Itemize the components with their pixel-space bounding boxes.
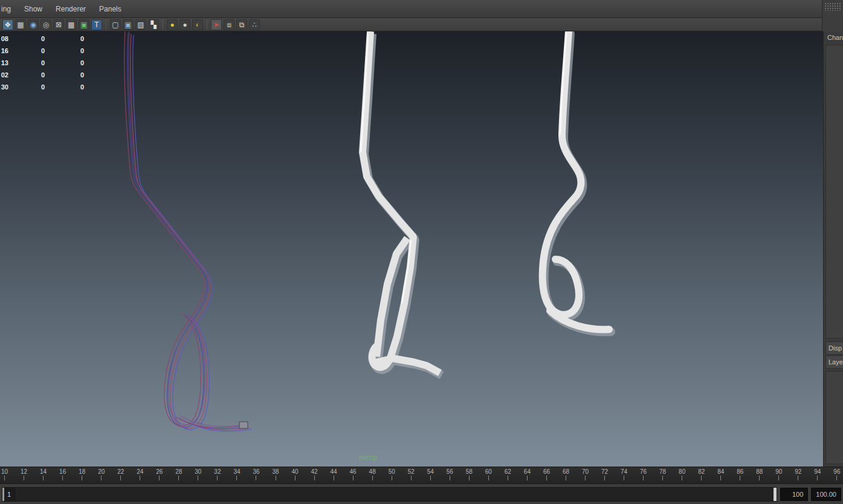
smooth-tube-object[interactable]	[543, 31, 611, 332]
camera-name-label: persp	[359, 453, 377, 462]
grid-icon[interactable]: ▦	[15, 19, 26, 30]
menu-ing[interactable]: ing	[0, 2, 17, 16]
hud-count-row: 0200	[0, 69, 84, 81]
timeline-tick: 26	[156, 468, 163, 483]
faceted-tube-object[interactable]	[361, 31, 442, 375]
two-sided-lighting-icon[interactable]: ⧉	[236, 19, 247, 30]
hud-count-row: 1300	[0, 57, 84, 69]
timeline-tick: 10	[1, 468, 8, 483]
range-slider-bar: 1 100 100.00	[0, 484, 843, 504]
end-cap-cube[interactable]	[239, 422, 248, 428]
timeline-tick: 28	[175, 468, 182, 483]
channel-box-body[interactable]	[825, 45, 843, 338]
time-slider[interactable]: 1012141618202224262830323436384042444648…	[0, 467, 843, 484]
timeline-tick: 70	[582, 468, 589, 483]
timeline-tick: 52	[408, 468, 415, 483]
timeline-tick: 44	[331, 468, 337, 483]
hud-value: 02	[0, 71, 8, 79]
hud-value: 13	[0, 59, 8, 66]
select-camera-icon[interactable]: ❖	[2, 19, 13, 30]
timeline-tick: 88	[756, 468, 763, 483]
toolbar-separator	[106, 20, 106, 30]
field-chart-icon[interactable]: ▩	[66, 19, 77, 30]
timeline-tick: 62	[505, 468, 511, 483]
timeline-tick: 66	[543, 468, 550, 483]
plugin-shapes-icon[interactable]: ∴	[249, 19, 260, 30]
hud-value: 0	[76, 35, 84, 42]
hud-count-row: 1600	[0, 45, 84, 57]
timeline-tick: 30	[195, 468, 201, 483]
timeline-tick: 48	[369, 468, 376, 483]
hud-count-row: 3000	[0, 81, 84, 93]
timeline-tick: 82	[698, 468, 705, 483]
hud-value: 0	[76, 83, 84, 91]
menu-show[interactable]: Show	[18, 2, 48, 16]
timeline-tick: 64	[524, 468, 531, 483]
wireframe-object[interactable]	[124, 31, 252, 431]
playback-end-field[interactable]: 100	[780, 488, 808, 501]
safe-action-icon[interactable]: ▣	[79, 19, 89, 30]
isolate-select-icon[interactable]: ➤	[211, 19, 222, 30]
timeline-tick: 14	[40, 468, 47, 483]
timeline-tick: 60	[485, 468, 492, 483]
panel-menu-bar: ingShowRendererPanels	[0, 0, 822, 18]
scene-canvas	[0, 31, 823, 467]
timeline-tick: 16	[59, 468, 66, 483]
range-slider-track[interactable]: 1	[2, 487, 777, 502]
panel-tab-disp[interactable]: Disp	[825, 341, 843, 355]
timeline-tick: 42	[311, 468, 318, 483]
hud-value: 0	[76, 71, 84, 79]
timeline-tick: 76	[640, 468, 647, 483]
timeline-tick: 20	[98, 468, 105, 483]
timeline-tick: 24	[137, 468, 143, 483]
timeline-tick: 36	[253, 468, 259, 483]
timeline-tick: 34	[233, 468, 240, 483]
safe-title-icon[interactable]: T	[91, 19, 102, 30]
timeline-tick: 56	[447, 468, 453, 483]
hud-value: 0	[36, 83, 45, 91]
range-start-handle[interactable]: 1	[2, 488, 16, 501]
timeline-tick: 46	[350, 468, 357, 483]
no-lights-icon[interactable]: ◐	[192, 19, 203, 30]
timeline-tick: 58	[466, 468, 473, 483]
menu-panels[interactable]: Panels	[93, 2, 128, 16]
textured-icon[interactable]: ▨	[135, 19, 146, 30]
timeline-tick: 72	[601, 468, 608, 483]
hud-value: 0	[36, 35, 45, 42]
layer-editor-body[interactable]	[825, 371, 843, 464]
film-gate-icon[interactable]: ◉	[28, 19, 39, 30]
timeline-tick: 92	[795, 468, 801, 483]
hud-value: 16	[0, 47, 8, 54]
timeline-tick: 50	[389, 468, 395, 483]
timeline-tick: 38	[272, 468, 279, 483]
gate-mask-icon[interactable]: ⊠	[53, 19, 64, 30]
range-end-handle[interactable]	[774, 488, 777, 501]
hud-value: 08	[0, 35, 8, 42]
wire-on-shaded-icon[interactable]: ⧈	[224, 19, 234, 30]
hud-value: 0	[76, 47, 84, 54]
layer-editor-tabs: DispLaye	[825, 341, 843, 369]
shaded-icon[interactable]: ▣	[123, 19, 134, 30]
channel-box-panel: Chan DispLaye	[823, 31, 843, 467]
perspective-viewport[interactable]: 08001600130002003000 persp	[0, 31, 823, 467]
pane-grip-icon[interactable]	[824, 2, 841, 11]
timeline-tick: 40	[291, 468, 298, 483]
menu-renderer[interactable]: Renderer	[50, 2, 92, 16]
resolution-gate-icon[interactable]: ◎	[40, 19, 51, 30]
use-default-material-icon[interactable]: ▚	[148, 19, 159, 30]
timeline-tick: 90	[775, 468, 782, 483]
timeline-tick: 94	[814, 468, 821, 483]
panel-tab-laye[interactable]: Laye	[825, 355, 843, 369]
all-lights-icon[interactable]: ●	[167, 19, 178, 30]
animation-end-field[interactable]: 100.00	[811, 488, 841, 501]
timeline-tick: 84	[717, 468, 724, 483]
default-lighting-icon[interactable]: ●	[179, 19, 190, 30]
wireframe-icon[interactable]: ▢	[110, 19, 121, 30]
timeline-tick: 18	[79, 468, 85, 483]
channel-box-title: Chan	[824, 31, 843, 41]
hud-value: 0	[36, 71, 45, 79]
timeline-tick: 68	[563, 468, 569, 483]
timeline-tick: 12	[21, 468, 27, 483]
poly-count-hud: 08001600130002003000	[0, 33, 84, 93]
timeline-tick: 54	[427, 468, 434, 483]
